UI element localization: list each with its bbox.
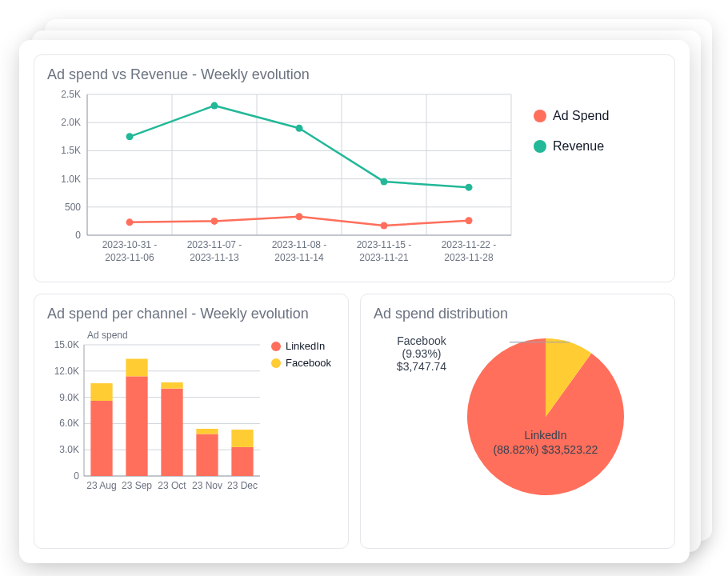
svg-text:6.0K: 6.0K xyxy=(59,418,79,429)
svg-text:2023-11-13: 2023-11-13 xyxy=(190,252,239,263)
svg-point-27 xyxy=(296,125,303,132)
svg-text:2023-11-07 -: 2023-11-07 - xyxy=(187,239,242,250)
legend-item-linkedin: LinkedIn xyxy=(271,340,331,352)
panel-channel-bar: Ad spend per channel - Weekly evolution … xyxy=(34,294,349,549)
panel-title: Ad spend distribution xyxy=(374,306,662,322)
svg-text:12.0K: 12.0K xyxy=(54,366,79,377)
svg-text:2023-10-31 -: 2023-10-31 - xyxy=(102,239,158,250)
legend-item-ad-spend: Ad Spend xyxy=(534,109,609,123)
svg-text:2023-11-22 -: 2023-11-22 - xyxy=(442,239,497,250)
legend-dot-icon xyxy=(271,358,281,368)
dashboard-card: Ad spend vs Revenue - Weekly evolution 0… xyxy=(19,40,690,563)
bar-chart: Ad spend03.0K6.0K9.0K12.0K15.0K23 Aug23 … xyxy=(47,329,263,497)
svg-point-26 xyxy=(211,102,218,110)
svg-point-23 xyxy=(381,222,388,230)
svg-text:23 Oct: 23 Oct xyxy=(158,480,186,491)
pie-chart: Facebook(9.93%)$3,747.74LinkedIn(88.82%)… xyxy=(374,329,662,501)
svg-text:(88.82%) $33,523.22: (88.82%) $33,523.22 xyxy=(494,443,598,456)
svg-text:3.0K: 3.0K xyxy=(59,444,79,455)
svg-text:23 Dec: 23 Dec xyxy=(227,480,258,491)
svg-point-24 xyxy=(466,217,473,224)
svg-point-29 xyxy=(466,184,473,191)
legend-item-facebook: Facebook xyxy=(271,357,331,369)
svg-text:1.5K: 1.5K xyxy=(61,145,81,156)
panel-title: Ad spend vs Revenue - Weekly evolution xyxy=(47,66,662,83)
svg-rect-55 xyxy=(90,401,112,476)
line-legend: Ad Spend Revenue xyxy=(534,90,609,274)
legend-label: Revenue xyxy=(553,139,604,154)
pie-label-facebook-name: Facebook xyxy=(397,334,446,347)
svg-point-28 xyxy=(381,178,388,186)
svg-text:23 Aug: 23 Aug xyxy=(86,480,116,491)
svg-text:$3,747.74: $3,747.74 xyxy=(397,360,446,373)
svg-point-22 xyxy=(296,213,303,220)
svg-text:15.0K: 15.0K xyxy=(54,339,79,350)
svg-rect-58 xyxy=(126,376,147,476)
panel-title: Ad spend per channel - Weekly evolution xyxy=(47,306,335,322)
svg-text:2023-11-06: 2023-11-06 xyxy=(105,252,154,263)
svg-rect-65 xyxy=(196,429,218,434)
line-chart: 05001.0K1.5K2.0K2.5K2023-10-31 -2023-11-… xyxy=(47,90,519,274)
svg-text:2023-11-14: 2023-11-14 xyxy=(274,252,324,263)
svg-rect-56 xyxy=(90,383,112,401)
svg-rect-61 xyxy=(161,389,182,476)
legend-label: Facebook xyxy=(286,357,331,369)
legend-dot-icon xyxy=(534,110,546,122)
svg-rect-62 xyxy=(161,382,182,389)
svg-text:2.0K: 2.0K xyxy=(61,117,81,128)
svg-text:0: 0 xyxy=(74,470,79,482)
legend-dot-icon xyxy=(271,342,281,351)
svg-point-25 xyxy=(126,133,134,140)
svg-text:500: 500 xyxy=(65,202,81,213)
legend-label: Ad Spend xyxy=(553,109,609,123)
svg-text:23 Nov: 23 Nov xyxy=(192,480,222,491)
svg-text:1.0K: 1.0K xyxy=(61,174,81,185)
svg-rect-67 xyxy=(231,447,253,476)
panel-weekly-line: Ad spend vs Revenue - Weekly evolution 0… xyxy=(34,54,675,282)
svg-text:LinkedIn: LinkedIn xyxy=(525,429,567,442)
svg-point-20 xyxy=(126,218,134,226)
svg-text:2023-11-28: 2023-11-28 xyxy=(444,252,494,263)
svg-text:2.5K: 2.5K xyxy=(61,90,81,100)
svg-text:23 Sep: 23 Sep xyxy=(122,480,152,491)
svg-text:9.0K: 9.0K xyxy=(59,392,79,403)
svg-text:Ad spend: Ad spend xyxy=(87,330,128,341)
svg-text:2023-11-21: 2023-11-21 xyxy=(359,252,409,263)
bar-legend: LinkedIn Facebook xyxy=(271,329,331,540)
legend-item-revenue: Revenue xyxy=(534,139,609,154)
legend-label: LinkedIn xyxy=(286,340,325,352)
svg-rect-59 xyxy=(126,358,147,376)
svg-text:0: 0 xyxy=(75,230,81,241)
legend-dot-icon xyxy=(534,140,546,153)
svg-point-21 xyxy=(211,218,218,225)
svg-text:2023-11-08 -: 2023-11-08 - xyxy=(272,239,327,250)
svg-rect-68 xyxy=(231,430,253,447)
svg-rect-64 xyxy=(196,434,218,476)
panel-pie: Ad spend distribution Facebook(9.93%)$3,… xyxy=(360,294,675,549)
svg-text:2023-11-15 -: 2023-11-15 - xyxy=(357,239,412,250)
svg-text:(9.93%): (9.93%) xyxy=(402,347,441,360)
